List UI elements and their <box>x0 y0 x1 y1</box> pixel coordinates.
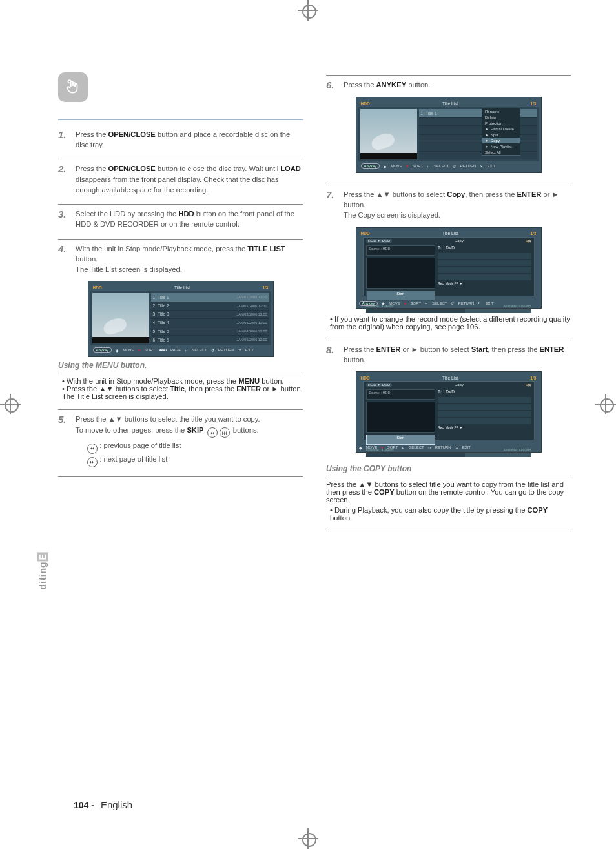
step-8: 8. Press the ENTER or ► button to select… <box>326 340 571 531</box>
text: button. <box>344 356 365 363</box>
text: Press the <box>344 81 376 88</box>
step-2: 2. Press the OPEN/CLOSE button to close … <box>58 159 303 204</box>
button-name: COPY <box>528 506 548 514</box>
text: buttons. <box>233 426 259 434</box>
using-copy-title: Using the COPY button <box>326 464 571 476</box>
text: Press the <box>76 165 108 172</box>
step-1: 1. Press the OPEN/CLOSE button and place… <box>58 125 303 159</box>
top-registration-mark <box>0 0 616 21</box>
button-name: OPEN/CLOSE <box>108 165 155 172</box>
step-number: 4. <box>58 243 72 254</box>
section-tab: ditingE <box>37 552 48 589</box>
button-name: LOAD <box>280 165 301 172</box>
button-name: OPEN/CLOSE <box>108 130 155 138</box>
step-5: 5. Press the ▲▼ buttons to select the ti… <box>58 409 303 476</box>
step-4: 4. With the unit in Stop mode/Playback m… <box>58 239 303 410</box>
text: The Title List screen is displayed. <box>76 265 182 273</box>
text: To move to other pages, press the <box>76 426 187 434</box>
text: , then press the <box>488 345 539 353</box>
text: , then press the <box>185 385 236 393</box>
anykey-popup-menu: Rename Delete Protection ►Partial Delete… <box>482 108 520 156</box>
copy-start-screenshot: HDD Title List 1/3 ✕ HDD ► DVD Copy 1/1 <box>356 371 542 453</box>
button-name: SKIP <box>187 426 203 434</box>
right-registration-mark <box>595 394 616 414</box>
step-6: 6. Press the ANYKEY button. HDD Title Li… <box>326 75 571 185</box>
left-column: 1. Press the OPEN/CLOSE button and place… <box>58 72 303 804</box>
text: Press the ▲▼ buttons to select the title… <box>76 415 260 423</box>
text: disappears from the front panel display.… <box>76 176 278 194</box>
text: The Copy screen is displayed. <box>344 211 440 219</box>
screen-source: HDD <box>93 285 102 290</box>
skip-prev-icon: ⏮ <box>87 444 98 454</box>
text: button. <box>260 377 283 385</box>
right-column: 6. Press the ANYKEY button. HDD Title Li… <box>326 72 571 804</box>
text: or ► button to select <box>400 345 471 353</box>
skip-prev-icon: ⏮ <box>207 427 218 438</box>
using-copy-box: Using the COPY button Press the ▲▼ butto… <box>326 464 571 522</box>
button-name: ANYKEY <box>376 81 406 88</box>
text: button to close the disc tray. Wait unti… <box>156 165 280 172</box>
text: With the unit in Stop mode/Playback mode… <box>76 245 247 252</box>
step-number: 1. <box>58 129 72 140</box>
page-language: English <box>101 799 132 810</box>
step-number: 8. <box>326 344 340 355</box>
button-name: TITLE LIST <box>247 245 285 252</box>
page-number: 104 - <box>74 800 94 810</box>
copy-screenshot: HDD Title List 1/3 ✕ HDD ► DVD Copy 1/1 <box>356 227 542 309</box>
title-list-screenshot: HDD Title List 1/3 1Title 1JAN/01/2006 1… <box>88 281 274 357</box>
text: • During Playback, you can also copy the… <box>330 506 528 514</box>
text: Press the ▲▼ buttons to select <box>344 190 447 198</box>
bottom-registration-mark <box>0 828 616 849</box>
skip-next-icon: ⏭ <box>87 457 98 467</box>
option-name: Copy <box>447 190 465 198</box>
button-name: COPY <box>374 488 395 496</box>
section-tab-prefix: E <box>37 552 48 561</box>
svg-point-0 <box>68 80 70 83</box>
skip-next-icon: ⏭ <box>220 427 230 438</box>
section-tab-rest: diting <box>37 561 48 589</box>
text: : previous page of title list <box>98 442 181 449</box>
step-number: 2. <box>58 163 72 174</box>
text: button. <box>330 514 352 522</box>
text: , then press the <box>465 190 517 198</box>
option-name: Title <box>170 385 185 393</box>
using-menu-box: Using the MENU button. • With the unit i… <box>58 361 303 400</box>
button-name: MENU <box>238 377 260 385</box>
screen-page: 1/3 <box>262 285 268 290</box>
text: Select the HDD by pressing the <box>76 210 178 218</box>
step-number: 5. <box>58 414 72 425</box>
option-name: Start <box>471 345 488 353</box>
button-name: ENTER <box>517 190 542 198</box>
button-name: ENTER <box>539 345 564 353</box>
button-name: ENTER <box>236 385 261 393</box>
text: Press the <box>344 345 376 353</box>
using-menu-title: Using the MENU button. <box>58 361 303 373</box>
text: button. <box>406 81 430 88</box>
manual-page: ditingE 1. Press the OPEN/CLOSE button a… <box>0 0 616 849</box>
text: Press the <box>76 130 108 138</box>
text: • Press the ▲▼ buttons to select <box>62 385 170 393</box>
page-footer: 104 - English <box>74 799 132 810</box>
step-7: 7. Press the ▲▼ buttons to select Copy, … <box>326 185 571 340</box>
step-number: 3. <box>58 209 72 220</box>
step-number: 6. <box>326 79 340 90</box>
screen-title: Title List <box>102 285 263 290</box>
touch-icon <box>58 72 88 102</box>
text: : next page of title list <box>98 455 167 463</box>
anykey-popup-screenshot: HDD Title List 1/3 1Title 1 <box>356 97 542 173</box>
button-name: HDD <box>178 210 194 218</box>
step-number: 7. <box>326 189 340 200</box>
button-name: ENTER <box>376 345 400 353</box>
anykey-pill: Anykey <box>93 347 112 353</box>
text: button. <box>76 255 98 263</box>
note-text: • If you want to change the record mode … <box>330 315 570 331</box>
step-3: 3. Select the HDD by pressing the HDD bu… <box>58 204 303 238</box>
left-registration-mark <box>0 394 21 414</box>
text: • With the unit in Stop mode/Playback mo… <box>62 377 238 385</box>
